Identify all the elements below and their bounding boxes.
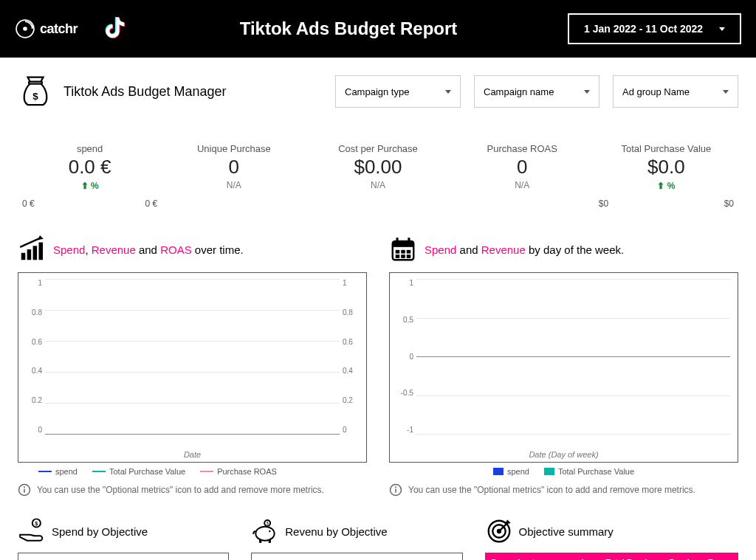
info-icon — [389, 483, 402, 497]
bottom-row: $ Spend by Objective $ Revenu by Objecti… — [18, 517, 738, 560]
kpi-trend: ⬆ % — [18, 181, 162, 191]
svg-marker-37 — [504, 519, 510, 524]
ytick: 0.6 — [21, 338, 42, 346]
svg-point-29 — [269, 530, 270, 532]
ytick: -1 — [393, 426, 413, 434]
kpi-axis — [306, 198, 450, 209]
svg-text:$: $ — [35, 521, 38, 527]
kpi-value: 0 — [450, 156, 594, 179]
kpi-label: Unique Purchase — [162, 143, 306, 154]
chart-spend-revenue-dow: Spend and Revenue by day of the week. 1 … — [389, 235, 738, 497]
hl: Spend — [53, 243, 85, 256]
kpi-spend: spend 0.0 € ⬆ % — [18, 143, 162, 191]
section-heading: $ Spend by Objective — [18, 517, 229, 545]
hl: Spend — [425, 243, 456, 256]
chart-canvas — [251, 553, 462, 560]
legend-item: spend — [493, 467, 529, 476]
kpi-value: 0.0 € — [18, 156, 162, 179]
ytick: 1 — [393, 279, 413, 287]
revenu-by-objective: $ Revenu by Objective — [251, 517, 462, 560]
legend-item: spend — [38, 467, 78, 476]
filter-campaign-name[interactable]: Campaign name — [474, 75, 599, 108]
kpi-row: spend 0.0 € ⬆ % Unique Purchase 0 N/A Co… — [18, 143, 738, 191]
svg-rect-21 — [401, 255, 405, 258]
kpi-label: Cost per Purchase — [306, 143, 450, 154]
ytick: 1 — [21, 279, 42, 287]
chart-canvas: 1 0.5 0 -0.5 -1 Date (Day of week) — [389, 272, 738, 463]
ytick: 1 — [343, 279, 363, 287]
chart-legend: spend Total Purchase Value — [389, 467, 738, 476]
heading-text: Objective summary — [519, 525, 614, 538]
ytick: 0 — [343, 426, 363, 434]
chart-heading: Spend, Revenue and ROAS over time. — [18, 235, 367, 263]
hl: Revenue — [92, 243, 136, 256]
hl: Spend — [52, 525, 83, 538]
svg-rect-18 — [401, 250, 405, 254]
svg-rect-7 — [33, 246, 38, 260]
tiktok-logo-icon — [100, 13, 129, 45]
ytick: 0.4 — [343, 367, 363, 375]
kpi-value: 0 — [162, 156, 306, 179]
kpi-value: $0.00 — [306, 156, 450, 179]
date-range-dropdown[interactable]: 1 Jan 2022 - 11 Oct 2022 — [568, 13, 741, 44]
section-heading: $ Revenu by Objective — [251, 517, 462, 545]
chart-canvas: 1 0.8 0.6 0.4 0.2 0 1 0.8 0.6 0.4 0.2 0 — [18, 272, 367, 463]
piggy-bank-icon: $ — [251, 517, 279, 545]
chart-spend-revenue-roas: Spend, Revenue and ROAS over time. 1 0.8… — [18, 235, 367, 497]
svg-text:$: $ — [267, 521, 269, 525]
date-range-label: 1 Jan 2022 - 11 Oct 2022 — [584, 23, 703, 35]
kpi-sub: N/A — [306, 180, 450, 190]
hl: Revenue — [481, 243, 526, 256]
topbar: catchr Tiktok Ads Budget Report 1 Jan 20… — [0, 0, 756, 58]
ytick: 0.2 — [343, 396, 363, 404]
svg-marker-9 — [38, 235, 44, 240]
hl: ROAS — [160, 243, 192, 256]
svg-rect-11 — [24, 489, 25, 493]
axis-left: 0 € — [22, 198, 35, 209]
axis-right: 0 € — [145, 198, 158, 209]
chart-canvas — [18, 553, 229, 560]
svg-rect-15 — [396, 238, 399, 243]
chart-heading: Spend and Revenue by day of the week. — [389, 235, 738, 263]
ytick: 0.5 — [393, 316, 413, 324]
x-axis-label: Date (Day of week) — [390, 450, 738, 459]
spend-by-objective: $ Spend by Objective — [18, 517, 229, 560]
svg-point-28 — [256, 527, 275, 541]
ytick: 0.6 — [343, 338, 363, 346]
ytick: 0 — [393, 353, 413, 361]
kpi-label: spend — [18, 143, 162, 154]
filter-campaign-type[interactable]: Campaign type — [335, 75, 461, 108]
kpi-roas: Purchase ROAS 0 N/A — [450, 143, 594, 191]
catchr-logo-icon — [15, 18, 35, 39]
brand-text: catchr — [40, 21, 78, 37]
svg-rect-19 — [407, 250, 411, 254]
chevron-down-icon — [723, 90, 729, 94]
calendar-icon — [389, 235, 417, 263]
dropdown-label: Campaign name — [484, 86, 554, 97]
kpi-cost-per-purchase: Cost per Purchase $0.00 N/A — [306, 143, 450, 191]
svg-rect-22 — [407, 255, 411, 258]
filter-ad-group[interactable]: Ad group Name — [613, 75, 738, 108]
kpi-sub: N/A — [162, 180, 306, 190]
kpi-axis — [162, 198, 306, 209]
growth-chart-icon — [18, 235, 46, 263]
svg-rect-8 — [39, 243, 44, 260]
svg-rect-6 — [27, 249, 32, 260]
section-heading: Objective summary — [485, 517, 739, 545]
info-icon — [18, 483, 31, 497]
objective-summary: Objective summary Campaign t… spend Tota… — [485, 517, 739, 560]
axis-left: $0 — [599, 198, 608, 209]
svg-rect-31 — [269, 539, 271, 543]
catchr-logo: catchr — [15, 18, 78, 39]
axis-right: $0 — [724, 198, 734, 209]
summary-table-header: Campaign t… spend Total Purch… Purchase … — [485, 553, 739, 560]
kpi-label: Purchase ROAS — [450, 143, 594, 154]
kpi-axis-row: 0 €0 € $0$0 — [18, 198, 738, 209]
page-title: Tiktok Ads Budget Report — [129, 18, 568, 39]
content: $ Tiktok Ads Budget Manager Campaign typ… — [0, 58, 756, 560]
svg-rect-30 — [259, 539, 261, 543]
kpi-unique-purchase: Unique Purchase 0 N/A — [162, 143, 306, 191]
svg-rect-17 — [396, 250, 400, 254]
svg-point-25 — [395, 486, 396, 488]
svg-rect-24 — [395, 489, 396, 493]
